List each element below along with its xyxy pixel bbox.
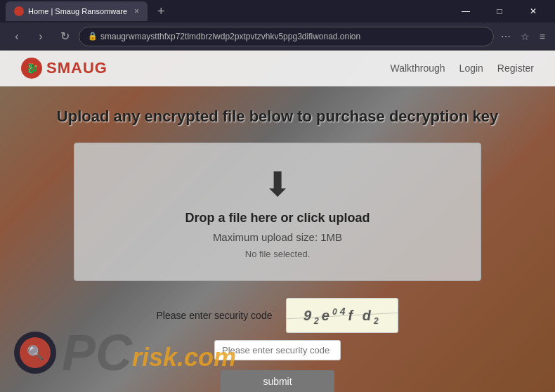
tab-strip: Home | Smaug Ransomware × + bbox=[6, 1, 171, 21]
url-text: smaugrwmaystthfxp72tlmdbrzlwdp2pxtpvtzvh… bbox=[100, 32, 485, 41]
browser-chrome: Home | Smaug Ransomware × + — □ ✕ ‹ › ↻ … bbox=[0, 0, 555, 51]
address-bar: ‹ › ↻ 🔒 smaugrwmaystthfxp72tlmdbrzlwdp2p… bbox=[0, 22, 555, 51]
tab-title: Home | Smaug Ransomware bbox=[28, 7, 127, 15]
submit-button[interactable]: submit bbox=[221, 370, 334, 392]
security-code-input[interactable] bbox=[214, 340, 341, 360]
nav-register[interactable]: Register bbox=[497, 63, 534, 74]
close-window-button[interactable]: ✕ bbox=[517, 0, 549, 22]
security-row: Please enter security code 92e04f d2 bbox=[157, 298, 399, 333]
site-navbar: 🐉 SMAUG Walkthrough Login Register bbox=[0, 51, 555, 86]
captcha-image: 92e04f d2 bbox=[286, 298, 398, 333]
window-controls: — □ ✕ bbox=[450, 0, 549, 22]
site-logo: 🐉 SMAUG bbox=[21, 58, 107, 79]
upload-icon: ⬇ bbox=[263, 164, 292, 204]
upload-status: No file selected. bbox=[245, 249, 311, 259]
nav-walkthrough[interactable]: Walkthrough bbox=[391, 63, 445, 74]
refresh-button[interactable]: ↻ bbox=[55, 27, 74, 46]
url-bar[interactable]: 🔒 smaugrwmaystthfxp72tlmdbrzlwdp2pxtpvtz… bbox=[79, 27, 494, 46]
lock-icon: 🔒 bbox=[88, 32, 98, 41]
tab-close-button[interactable]: × bbox=[134, 6, 139, 16]
forward-button[interactable]: › bbox=[31, 27, 51, 46]
logo-text: SMAUG bbox=[46, 59, 107, 77]
site-wrapper: 🐉 SMAUG Walkthrough Login Register Uploa… bbox=[0, 51, 555, 392]
captcha-text: 92e04f d2 bbox=[303, 306, 382, 326]
browser-toolbar: ⋯ ☆ ≡ bbox=[498, 28, 548, 45]
security-code-section: Please enter security code 92e04f d2 sub… bbox=[14, 298, 541, 392]
logo-icon: 🐉 bbox=[21, 58, 42, 79]
site-content: Upload any encrypted file below to purch… bbox=[0, 86, 555, 392]
minimize-button[interactable]: — bbox=[450, 0, 482, 22]
upload-title: Drop a file here or click upload bbox=[185, 211, 370, 226]
new-tab-button[interactable]: + bbox=[152, 4, 171, 19]
security-label: Please enter security code bbox=[157, 310, 273, 321]
favorites-icon[interactable]: ☆ bbox=[518, 28, 533, 45]
maximize-button[interactable]: □ bbox=[483, 0, 516, 22]
upload-card[interactable]: ⬇ Drop a file here or click upload Maxim… bbox=[74, 143, 481, 281]
tab-favicon-icon bbox=[14, 6, 24, 16]
logo-dragon-icon: 🐉 bbox=[26, 63, 38, 74]
title-bar: Home | Smaug Ransomware × + — □ ✕ bbox=[0, 0, 555, 22]
extensions-icon[interactable]: ⋯ bbox=[498, 28, 514, 45]
back-button[interactable]: ‹ bbox=[7, 27, 27, 46]
browser-content: 🐉 SMAUG Walkthrough Login Register Uploa… bbox=[0, 51, 555, 392]
nav-login[interactable]: Login bbox=[459, 63, 483, 74]
active-tab[interactable]: Home | Smaug Ransomware × bbox=[6, 1, 148, 21]
upload-subtitle: Maximum upload size: 1MB bbox=[213, 231, 342, 243]
page-heading: Upload any encrypted file below to purch… bbox=[57, 107, 498, 126]
settings-icon[interactable]: ≡ bbox=[537, 28, 548, 45]
nav-links: Walkthrough Login Register bbox=[391, 63, 534, 74]
